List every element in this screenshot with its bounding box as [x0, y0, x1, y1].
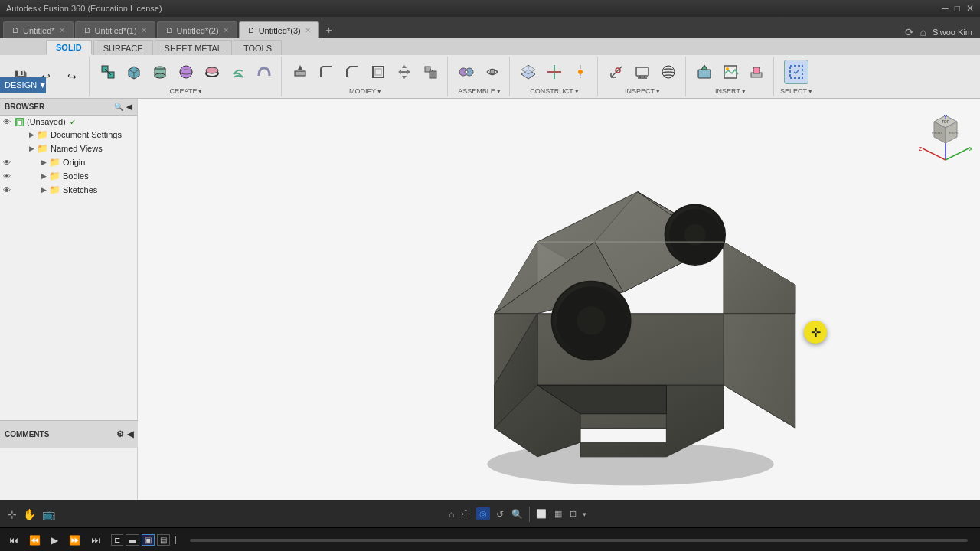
create-new-component-button[interactable]: [96, 60, 120, 84]
tab-label-3: Untitled*(2): [177, 26, 219, 35]
status-undo-icon[interactable]: ↺: [495, 507, 505, 521]
insert-canvas-button[interactable]: [718, 60, 743, 84]
assemble-group-label[interactable]: ASSEMBLE ▾: [458, 87, 501, 95]
status-pan-icon[interactable]: ☩: [460, 507, 472, 521]
timeline-fast-forward-button[interactable]: ⏭: [88, 533, 103, 547]
tab-close-1[interactable]: ✕: [59, 26, 65, 34]
viewport[interactable]: TOP FRONT RIGHT Y X Z ✛: [138, 99, 980, 500]
component-icon: ▣: [15, 118, 24, 126]
tab-close-2[interactable]: ✕: [141, 26, 147, 34]
status-home-icon[interactable]: ⌂: [447, 507, 456, 521]
tab-untitled4[interactable]: 🗋 Untitled*(3) ✕: [239, 21, 319, 38]
modify-chamfer-button[interactable]: [340, 60, 364, 84]
status-zoom-icon[interactable]: 🔍: [510, 507, 524, 521]
timeline-highlight-button[interactable]: ▤: [157, 534, 170, 546]
visibility-icon-bodies[interactable]: 👁: [3, 172, 12, 181]
create-cylinder-button[interactable]: [148, 60, 172, 84]
timeline-step-back-button[interactable]: ⏪: [26, 533, 44, 547]
insert-group-label[interactable]: INSERT ▾: [715, 87, 746, 95]
ribbon-tab-surface[interactable]: SURFACE: [93, 40, 153, 55]
inspect-display-button[interactable]: [630, 60, 655, 84]
ribbon-tools: 💾 ↩ ↪: [0, 55, 980, 98]
insert-mesh-button[interactable]: [692, 60, 717, 84]
tab-bar-icon-refresh[interactable]: ⟳: [905, 26, 914, 38]
inspect-group-label[interactable]: INSPECT ▾: [625, 87, 660, 95]
assemble-joint-button[interactable]: [454, 60, 479, 84]
ribbon-tab-sheet-metal[interactable]: SHEET METAL: [155, 40, 232, 55]
ribbon-tab-solid[interactable]: SOLID: [46, 40, 92, 55]
create-sphere-button[interactable]: [174, 60, 198, 84]
timeline-marker-button[interactable]: ⊏: [111, 534, 123, 546]
browser-item-origin[interactable]: 👁 ▶ 📁 Origin: [0, 155, 137, 169]
insert-decal-button[interactable]: [744, 60, 769, 84]
close-btn[interactable]: ✕: [966, 3, 974, 14]
select-window-button[interactable]: [784, 60, 808, 84]
folder-icon-doc: 📁: [37, 129, 48, 140]
svg-point-9: [155, 73, 165, 78]
tab-untitled2[interactable]: 🗋 Untitled*(1) ✕: [75, 21, 155, 38]
create-pipe-button[interactable]: [252, 60, 276, 84]
timeline-trim-button[interactable]: ▬: [126, 534, 139, 546]
status-orbit-icon[interactable]: ◎: [476, 507, 490, 520]
create-coil-button[interactable]: [226, 60, 250, 84]
visibility-icon-origin[interactable]: 👁: [3, 158, 12, 167]
browser-item-named-views[interactable]: ▶ 📁 Named Views: [0, 142, 137, 155]
create-torus-button[interactable]: [200, 60, 224, 84]
browser-item-sketches[interactable]: 👁 ▶ 📁 Sketches: [0, 183, 137, 197]
minimize-btn[interactable]: ─: [942, 3, 949, 14]
construct-axis-button[interactable]: [542, 60, 567, 84]
tab-close-4[interactable]: ✕: [305, 26, 311, 34]
item-label-named-views: Named Views: [51, 144, 103, 153]
svg-line-77: [946, 148, 969, 160]
modify-group-label[interactable]: MODIFY ▾: [349, 87, 381, 95]
timeline-step-forward-button[interactable]: ⏩: [66, 533, 83, 547]
construct-group-label[interactable]: CONSTRUCT ▾: [530, 87, 579, 95]
comments-collapse-icon[interactable]: ◀: [127, 429, 133, 439]
comments-settings-icon[interactable]: ⚙: [116, 429, 124, 439]
timeline-end-button[interactable]: |: [172, 535, 179, 545]
status-display2-icon[interactable]: ⬜: [534, 507, 548, 520]
browser-item-unsaved[interactable]: 👁 ▣ (Unsaved) ✓: [0, 116, 137, 128]
status-display-icon[interactable]: 📺: [41, 507, 57, 522]
inspect-zebra-button[interactable]: [656, 60, 681, 84]
assemble-motion-button[interactable]: [480, 60, 505, 84]
ribbon-group-insert: INSERT ▾: [688, 57, 774, 96]
status-cursor-icon[interactable]: ⊹: [6, 507, 18, 522]
modify-move-button[interactable]: [392, 60, 416, 84]
browser-collapse-icon[interactable]: ◀: [126, 103, 132, 111]
ribbon-tab-tools[interactable]: TOOLS: [234, 40, 282, 55]
timeline-track[interactable]: [190, 539, 968, 542]
cursor-move-indicator[interactable]: ✛: [804, 321, 827, 344]
timeline-selection-button[interactable]: ▣: [142, 534, 155, 546]
modify-shell-button[interactable]: [366, 60, 390, 84]
inspect-measure-button[interactable]: [604, 60, 629, 84]
redo-button[interactable]: ↪: [60, 64, 84, 89]
timeline-rewind-button[interactable]: ⏮: [6, 533, 21, 547]
status-dropdown-icon[interactable]: ▾: [583, 510, 586, 518]
browser-search-icon[interactable]: 🔍: [114, 103, 123, 111]
navigation-cube[interactable]: TOP FRONT RIGHT Y X Z: [919, 106, 972, 160]
status-render-icon[interactable]: ▦: [553, 507, 564, 520]
timeline-play-button[interactable]: ▶: [48, 533, 61, 547]
modify-scale-button[interactable]: [418, 60, 443, 84]
browser-item-doc-settings[interactable]: ▶ 📁 Document Settings: [0, 128, 137, 142]
create-box-button[interactable]: [122, 60, 146, 84]
tab-bar-icon-home[interactable]: ⌂: [920, 26, 926, 38]
construct-point-button[interactable]: [568, 60, 593, 84]
create-group-label[interactable]: CREATE ▾: [170, 87, 203, 95]
construct-plane-button[interactable]: [516, 60, 541, 84]
new-tab-button[interactable]: +: [321, 21, 338, 38]
status-hand-icon[interactable]: ✋: [21, 507, 38, 522]
status-grid-icon[interactable]: ⊞: [568, 507, 578, 520]
tab-untitled3[interactable]: 🗋 Untitled*(2) ✕: [157, 21, 237, 38]
design-dropdown[interactable]: DESIGN ▼: [0, 77, 46, 93]
modify-press-pull-button[interactable]: [288, 60, 312, 84]
tab-close-3[interactable]: ✕: [223, 26, 229, 34]
browser-item-bodies[interactable]: 👁 ▶ 📁 Bodies: [0, 169, 137, 183]
visibility-icon-sketches[interactable]: 👁: [3, 186, 12, 194]
maximize-btn[interactable]: □: [955, 3, 960, 14]
select-group-label[interactable]: SELECT ▾: [780, 87, 812, 95]
modify-fillet-button[interactable]: [314, 60, 338, 84]
tab-untitled1[interactable]: 🗋 Untitled* ✕: [3, 21, 74, 38]
visibility-icon-unsaved[interactable]: 👁: [3, 118, 12, 126]
